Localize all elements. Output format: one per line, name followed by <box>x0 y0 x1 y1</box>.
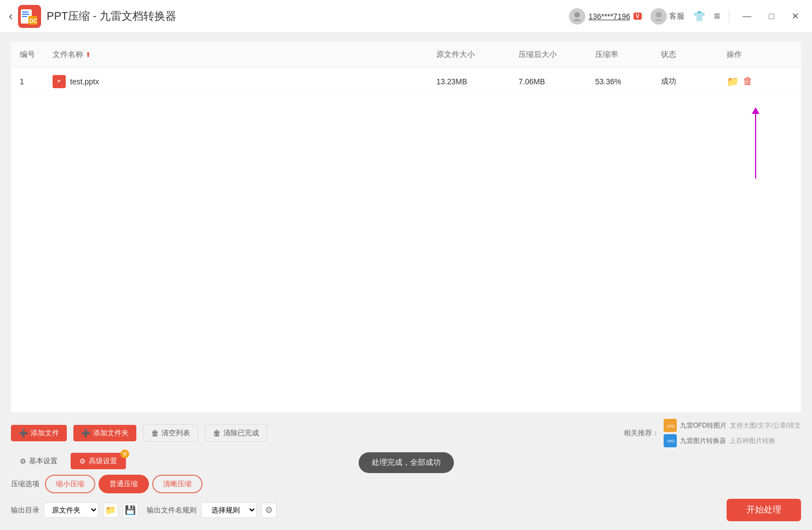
main-content: 编号 文件名称 ⬆ 原文件大小 压缩后大小 压缩率 状态 <box>0 33 812 530</box>
back-button[interactable]: ‹ <box>9 9 13 24</box>
compress-option-small[interactable]: 缩小压缩 <box>45 475 95 493</box>
clear-list-icon: 🗑 <box>151 429 159 437</box>
clear-done-icon: 🗑 <box>213 429 221 437</box>
output-folder-button[interactable]: 📁 <box>103 503 118 518</box>
shirt-icon[interactable]: 👕 <box>693 10 705 22</box>
close-button[interactable]: ✕ <box>787 9 803 24</box>
clear-list-button[interactable]: 🗑 清空列表 <box>143 424 198 442</box>
output-select-wrapper: 原文件夹 <box>44 502 99 518</box>
col-original-size: 原文件大小 <box>436 50 519 60</box>
recommend-items: OFD 九雷OFD转图片 支持大图/文字/公章/排文 IMG 九雷图片转换器 上… <box>664 419 801 447</box>
col-filename: 文件名称 ⬆ <box>53 50 436 60</box>
add-folder-icon: ➕ <box>81 429 90 437</box>
recommend-desc-0: 支持大图/文字/公章/排文 <box>730 421 801 430</box>
col-ratio: 压缩率 <box>595 50 661 60</box>
output-save-button[interactable]: 💾 <box>123 503 138 518</box>
compress-option-normal[interactable]: 普通压缩 <box>99 475 149 493</box>
service-label: 客服 <box>669 11 684 21</box>
recommend-desc-1: 上百种图片转换 <box>729 436 775 446</box>
ppt-file-icon: P <box>53 75 66 88</box>
recommend-name-1: 九雷图片转换器 <box>680 436 726 446</box>
table-row: 1 P test.pptx 13.23MB 7.06MB <box>11 68 801 95</box>
bottom-toolbar: ➕ 添加文件 ➕ 添加文件夹 🗑 清空列表 🗑 清除已完成 相关推荐： <box>11 412 801 521</box>
gear-icon-basic: ⚙ <box>20 457 26 465</box>
toolbar-row-output: 输出目录 原文件夹 📁 💾 输出文件名规则 选择规则 ⚙ 开始处理 <box>11 499 801 521</box>
gear-icon-advanced: ⚙ <box>79 457 86 465</box>
titlebar: ‹ DC PPT压缩 - 九雷文档转换器 136****7196 V 客服 <box>0 0 812 33</box>
svg-rect-3 <box>22 14 30 15</box>
recommend-label: 相关推荐： <box>624 428 659 438</box>
cell-ratio: 53.36% <box>595 77 661 86</box>
svg-rect-4 <box>22 16 27 17</box>
clear-done-button[interactable]: 🗑 清除已完成 <box>205 424 267 442</box>
recommend-section: 相关推荐： OFD 九雷OFD转图片 支持大图/文字/公章/排文 IMG <box>624 419 801 447</box>
toolbar-row-compress: 压缩选项 缩小压缩 普通压缩 清晰压缩 <box>11 475 801 493</box>
compress-option-clear[interactable]: 清晰压缩 <box>152 475 203 493</box>
output-label: 输出目录 <box>11 505 39 515</box>
cell-actions: 📁 🗑 <box>727 76 792 88</box>
maximize-button[interactable]: □ <box>764 9 779 24</box>
toast-message: 处理完成，全部成功 <box>359 452 454 473</box>
open-folder-icon[interactable]: 📁 <box>727 76 739 88</box>
cell-compressed-size: 7.06MB <box>519 77 595 86</box>
titlebar-right: 136****7196 V 客服 👕 ≡ — □ ✕ <box>569 8 803 25</box>
user-name[interactable]: 136****7196 <box>589 12 630 21</box>
recommend-thumb-1: IMG <box>664 434 677 447</box>
app-title: PPT压缩 - 九雷文档转换器 <box>47 9 568 24</box>
file-table: 编号 文件名称 ⬆ 原文件大小 压缩后大小 压缩率 状态 <box>11 42 801 412</box>
vip-badge: V <box>634 13 642 20</box>
col-status: 状态 <box>661 50 727 60</box>
recommend-item-0[interactable]: OFD 九雷OFD转图片 支持大图/文字/公章/排文 <box>664 419 801 432</box>
start-button[interactable]: 开始处理 <box>727 499 801 521</box>
col-index: 编号 <box>20 50 53 60</box>
svg-text:IMG: IMG <box>667 439 675 443</box>
svg-point-7 <box>574 12 580 18</box>
sort-icon[interactable]: ⬆ <box>85 51 91 59</box>
cell-status: 成功 <box>661 77 727 87</box>
basic-settings-button[interactable]: ⚙ 基本设置 <box>11 453 66 469</box>
add-file-button[interactable]: ➕ 添加文件 <box>11 425 67 441</box>
recommend-thumb-0: OFD <box>664 419 677 432</box>
add-folder-button[interactable]: ➕ 添加文件夹 <box>73 425 136 441</box>
svg-rect-2 <box>22 11 28 13</box>
service-button[interactable]: 客服 <box>650 8 684 25</box>
advanced-vip-badge: V <box>120 450 129 458</box>
rule-gear-button[interactable]: ⚙ <box>261 503 277 518</box>
table-body: 1 P test.pptx 13.23MB 7.06MB <box>11 68 801 412</box>
output-directory-select[interactable]: 原文件夹 <box>44 502 99 518</box>
service-avatar <box>650 8 667 25</box>
recommend-item-1[interactable]: IMG 九雷图片转换器 上百种图片转换 <box>664 434 801 447</box>
svg-text:DC: DC <box>30 18 37 24</box>
add-file-icon: ➕ <box>19 429 28 437</box>
recommend-name-0: 九雷OFD转图片 <box>680 421 727 430</box>
cell-original-size: 13.23MB <box>436 77 519 86</box>
rule-select[interactable]: 选择规则 <box>201 502 257 518</box>
titlebar-divider <box>729 10 729 23</box>
col-action: 操作 <box>727 50 792 60</box>
compress-label: 压缩选项 <box>11 479 39 489</box>
app-logo: DC <box>18 5 41 28</box>
user-info[interactable]: 136****7196 V <box>569 8 642 25</box>
cell-filename: P test.pptx <box>53 75 436 88</box>
rule-label: 输出文件名规则 <box>147 505 197 515</box>
cell-index: 1 <box>20 77 53 86</box>
delete-icon[interactable]: 🗑 <box>743 76 753 87</box>
col-compressed-size: 压缩后大小 <box>519 50 595 60</box>
user-avatar <box>569 8 585 25</box>
minimize-button[interactable]: — <box>738 9 756 24</box>
content-wrapper: 编号 文件名称 ⬆ 原文件大小 压缩后大小 压缩率 状态 <box>11 42 801 521</box>
svg-point-8 <box>656 12 661 18</box>
svg-text:OFD: OFD <box>667 424 675 428</box>
toolbar-row-actions: ➕ 添加文件 ➕ 添加文件夹 🗑 清空列表 🗑 清除已完成 相关推荐： <box>11 419 801 447</box>
menu-icon[interactable]: ≡ <box>714 10 721 22</box>
table-header: 编号 文件名称 ⬆ 原文件大小 压缩后大小 压缩率 状态 <box>11 42 801 68</box>
advanced-settings-button[interactable]: ⚙ 高级设置 V <box>71 453 126 469</box>
